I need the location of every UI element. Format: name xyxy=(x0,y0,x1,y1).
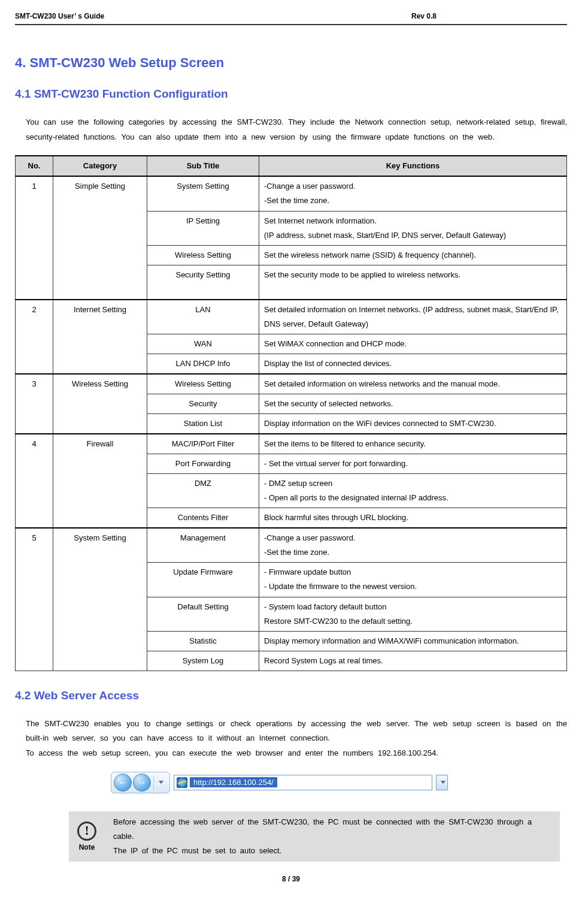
table-row: 1Simple SettingSystem Setting-Change a u… xyxy=(16,176,567,211)
cell-keyfunctions: Set Internet network information. (IP ad… xyxy=(259,211,567,245)
nav-separator xyxy=(153,775,154,790)
cell-subtitle: Wireless Setting xyxy=(147,245,259,265)
section-heading-4: 4. SMT-CW230 Web Setup Screen xyxy=(15,55,567,71)
cell-subtitle: MAC/IP/Port Filter xyxy=(147,434,259,454)
cell-category: System Setting xyxy=(53,528,147,671)
cell-keyfunctions: Record System Logs at real times. xyxy=(259,651,567,671)
cell-category: Firewall xyxy=(53,434,147,528)
url-dropdown-button[interactable] xyxy=(436,775,448,790)
cell-keyfunctions: Block harmful sites through URL blocking… xyxy=(259,508,567,529)
table-row: 4FirewallMAC/IP/Port FilterSet the items… xyxy=(16,434,567,454)
cell-keyfunctions: -Change a user password. -Set the time z… xyxy=(259,176,567,211)
url-text: http://192.168.100.254/ xyxy=(190,777,277,787)
cell-category: Wireless Setting xyxy=(53,374,147,434)
ie-icon xyxy=(177,777,187,788)
cell-no: 2 xyxy=(16,300,53,374)
cell-no: 3 xyxy=(16,374,53,434)
cell-keyfunctions: Display information on the WiFi devices … xyxy=(259,414,567,434)
cell-keyfunctions: Set the items to be filtered to enhance … xyxy=(259,434,567,454)
back-button[interactable]: ← xyxy=(114,774,132,792)
cell-subtitle: Contents Filter xyxy=(147,508,259,529)
cell-subtitle: Security Setting xyxy=(147,265,259,300)
table-header-row: No. Category Sub Title Key Functions xyxy=(16,156,567,176)
note-label: Note xyxy=(79,843,95,851)
cell-keyfunctions: Set the security of selected networks. xyxy=(259,394,567,413)
forward-button[interactable]: → xyxy=(133,774,151,792)
table-row: 2Internet SettingLANSet detailed informa… xyxy=(16,300,567,334)
cell-subtitle: System Log xyxy=(147,651,259,671)
cell-keyfunctions: Display the list of connected devices. xyxy=(259,354,567,374)
cell-subtitle: Wireless Setting xyxy=(147,374,259,394)
cell-subtitle: LAN xyxy=(147,300,259,334)
table-row: 5System SettingManagement-Change a user … xyxy=(16,528,567,563)
cell-no: 4 xyxy=(16,434,53,528)
col-key: Key Functions xyxy=(259,156,567,176)
cell-subtitle: Port Forwarding xyxy=(147,454,259,474)
cell-keyfunctions: Set WiMAX connection and DHCP mode. xyxy=(259,334,567,354)
section-heading-4-1: 4.1 SMT-CW230 Function Configuration xyxy=(15,87,567,101)
cell-keyfunctions: - System load factory default button Res… xyxy=(259,597,567,631)
cell-subtitle: Management xyxy=(147,528,259,563)
note-icon-cell: ! Note xyxy=(69,811,105,862)
cell-keyfunctions: Set detailed information on Internet net… xyxy=(259,300,567,334)
cell-no: 1 xyxy=(16,176,53,299)
section-4-2-paragraph-1: The SMT-CW230 enables you to change sett… xyxy=(26,717,567,746)
cell-keyfunctions: Display memory information and WiMAX/WiF… xyxy=(259,631,567,651)
cell-no: 5 xyxy=(16,528,53,671)
alert-icon: ! xyxy=(77,822,96,841)
cell-subtitle: IP Setting xyxy=(147,211,259,245)
col-no: No. xyxy=(16,156,53,176)
doc-running-header: SMT-CW230 User’ s Guide Rev 0.8 xyxy=(15,12,567,20)
note-body: Before accessing the web server of the S… xyxy=(105,811,560,862)
col-sub: Sub Title xyxy=(147,156,259,176)
cell-keyfunctions: Set the wireless network name (SSID) & f… xyxy=(259,245,567,265)
browser-address-bar: ← → http://192.168.100.254/ xyxy=(111,772,567,793)
url-field[interactable]: http://192.168.100.254/ xyxy=(174,775,432,790)
table-row: 3Wireless SettingWireless SettingSet det… xyxy=(16,374,567,394)
cell-subtitle: Statistic xyxy=(147,631,259,651)
arrow-left-icon: ← xyxy=(119,777,128,787)
cell-subtitle: LAN DHCP Info xyxy=(147,354,259,374)
section-4-2-paragraph-2: To access the web setup screen, you can … xyxy=(26,746,567,761)
history-dropdown-icon[interactable] xyxy=(159,781,163,784)
cell-keyfunctions: -Change a user password. -Set the time z… xyxy=(259,528,567,563)
browser-nav-buttons: ← → xyxy=(111,772,170,793)
section-heading-4-2: 4.2 Web Server Access xyxy=(15,689,567,702)
cell-category: Simple Setting xyxy=(53,176,147,299)
cell-keyfunctions: - Firmware update button - Update the fi… xyxy=(259,563,567,597)
cell-subtitle: Update Firmware xyxy=(147,563,259,597)
cell-subtitle: DMZ xyxy=(147,474,259,508)
cell-category: Internet Setting xyxy=(53,300,147,374)
cell-subtitle: System Setting xyxy=(147,176,259,211)
arrow-right-icon: → xyxy=(138,777,147,787)
function-config-table: No. Category Sub Title Key Functions 1Si… xyxy=(15,155,567,671)
doc-rev-center: Rev 0.8 xyxy=(411,12,567,20)
cell-subtitle: Security xyxy=(147,394,259,413)
cell-subtitle: WAN xyxy=(147,334,259,354)
doc-title-left: SMT-CW230 User’ s Guide xyxy=(15,12,411,20)
cell-subtitle: Station List xyxy=(147,414,259,434)
cell-keyfunctions: - Set the virtual server for port forwar… xyxy=(259,454,567,474)
chevron-down-icon xyxy=(441,781,445,784)
note-callout: ! Note Before accessing the web server o… xyxy=(69,811,560,862)
cell-keyfunctions: - DMZ setup screen - Open all ports to t… xyxy=(259,474,567,508)
header-rule xyxy=(15,24,567,25)
section-4-1-paragraph: You can use the following categories by … xyxy=(26,115,567,144)
page-number: 8 / 39 xyxy=(15,875,567,883)
cell-subtitle: Default Setting xyxy=(147,597,259,631)
cell-keyfunctions: Set detailed information on wireless net… xyxy=(259,374,567,394)
col-cat: Category xyxy=(53,156,147,176)
cell-keyfunctions: Set the security mode to be applied to w… xyxy=(259,265,567,300)
